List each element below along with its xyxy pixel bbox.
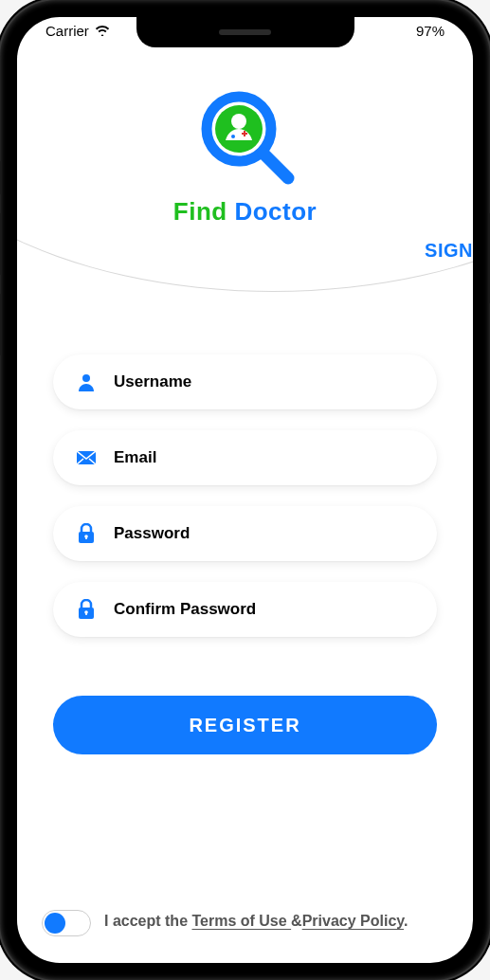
toggle-knob-icon (45, 913, 65, 934)
app-logo-icon (193, 83, 298, 188)
battery-label: 97% (416, 23, 445, 39)
svg-point-4 (231, 135, 235, 138)
confirm-password-field[interactable] (53, 582, 437, 637)
wifi-icon (95, 23, 110, 39)
svg-rect-11 (85, 536, 87, 539)
logo-area: Find Doctor (17, 83, 473, 227)
terms-of-use-link[interactable]: Terms of Use (191, 913, 291, 929)
terms-amp: & (291, 913, 302, 929)
phone-frame: Carrier 97% (0, 0, 490, 980)
username-input[interactable] (114, 372, 414, 391)
svg-rect-14 (85, 612, 87, 615)
svg-line-1 (263, 154, 288, 178)
svg-rect-6 (244, 131, 245, 136)
brand-title: Find Doctor (17, 197, 473, 227)
screen: Carrier 97% (17, 17, 473, 963)
email-input[interactable] (114, 448, 414, 467)
user-icon (76, 372, 97, 392)
terms-row: I accept the Terms of Use &Privacy Polic… (17, 910, 473, 936)
username-field[interactable] (53, 354, 437, 409)
lock-icon (76, 523, 97, 544)
password-field[interactable] (53, 506, 437, 561)
terms-text: I accept the Terms of Use &Privacy Polic… (104, 910, 408, 932)
email-field[interactable] (53, 430, 437, 485)
register-button[interactable]: REGISTER (53, 696, 437, 754)
notch (136, 17, 354, 47)
password-input[interactable] (114, 524, 414, 543)
terms-prefix: I accept the (104, 913, 191, 929)
sign-link[interactable]: SIGN (425, 240, 473, 262)
accept-toggle[interactable] (42, 910, 91, 936)
register-form (17, 354, 473, 637)
carrier-label: Carrier (45, 23, 89, 39)
confirm-password-input[interactable] (114, 600, 414, 619)
speaker-icon (219, 29, 271, 35)
privacy-policy-link[interactable]: Privacy Policy (302, 913, 404, 929)
terms-suffix: . (404, 913, 408, 929)
svg-point-3 (231, 114, 246, 129)
mail-icon (76, 447, 97, 468)
brand-word-doctor: Doctor (234, 197, 317, 226)
lock-icon (76, 599, 97, 620)
svg-point-7 (82, 374, 90, 382)
brand-word-find: Find (173, 197, 227, 226)
